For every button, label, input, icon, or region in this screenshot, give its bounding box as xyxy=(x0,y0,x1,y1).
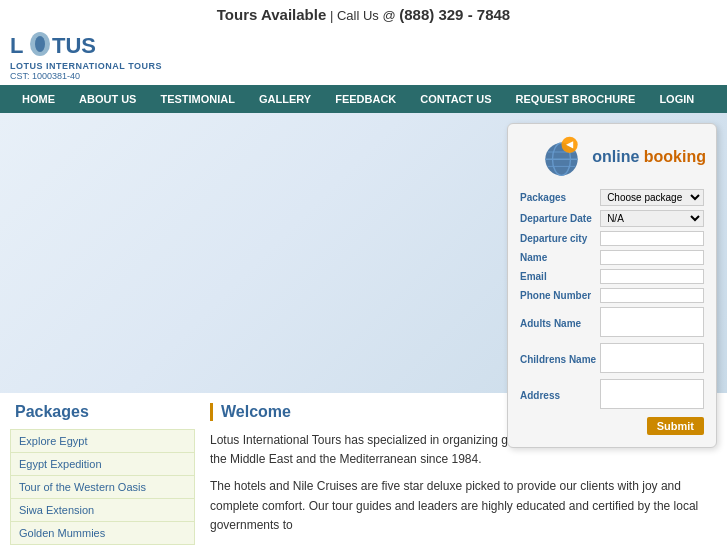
departure-date-label: Departure Date xyxy=(518,208,598,229)
name-input[interactable] xyxy=(600,250,704,265)
booking-booking: booking xyxy=(644,148,706,165)
package-item-western-oasis[interactable]: Tour of the Western Oasis xyxy=(11,476,194,499)
svg-text:TUS: TUS xyxy=(52,33,96,58)
packages-title: Packages xyxy=(10,403,195,421)
nav-brochure[interactable]: REQUEST BROCHURE xyxy=(504,85,648,113)
package-item-egypt-expedition[interactable]: Egypt Expedition xyxy=(11,453,194,476)
booking-widget: online booking Packages Choose package D… xyxy=(507,123,717,448)
header-top: Tours Available | Call Us @ (888) 329 - … xyxy=(0,0,727,27)
packages-select[interactable]: Choose package xyxy=(600,189,704,206)
childrens-label: Childrens Name xyxy=(518,341,598,377)
tours-available-label: Tours Available xyxy=(217,6,326,23)
booking-title: online booking xyxy=(592,148,706,166)
package-item-explore-egypt[interactable]: Explore Egypt xyxy=(11,430,194,453)
package-item-golden-mummies[interactable]: Golden Mummies xyxy=(11,522,194,545)
nav-about[interactable]: ABOUT US xyxy=(67,85,148,113)
phone-number: (888) 329 - 7848 xyxy=(399,6,510,23)
phone-input[interactable] xyxy=(600,288,704,303)
welcome-para2: The hotels and Nile Cruises are five sta… xyxy=(210,477,717,535)
logo-subtitle: LOTUS INTERNATIONAL TOURS xyxy=(10,61,162,71)
name-label: Name xyxy=(518,248,598,267)
content-area: online booking Packages Choose package D… xyxy=(0,113,727,393)
packages-list: Explore Egypt Egypt Expedition Tour of t… xyxy=(10,429,195,545)
adults-textarea[interactable] xyxy=(600,307,704,337)
call-label: | Call Us @ xyxy=(330,8,396,23)
nav-feedback[interactable]: FEEDBACK xyxy=(323,85,408,113)
phone-label: Phone Number xyxy=(518,286,598,305)
nav-home[interactable]: HOME xyxy=(10,85,67,113)
departure-city-input[interactable] xyxy=(600,231,704,246)
nav-login[interactable]: LOGIN xyxy=(647,85,706,113)
departure-date-select[interactable]: N/A xyxy=(600,210,704,227)
email-label: Email xyxy=(518,267,598,286)
svg-text:L: L xyxy=(10,33,23,58)
nav-testimonial[interactable]: TESTIMONIAL xyxy=(148,85,247,113)
departure-city-label: Departure city xyxy=(518,229,598,248)
logo-area: L TUS LOTUS INTERNATIONAL TOURS CST: 100… xyxy=(10,31,162,81)
booking-online: online xyxy=(592,148,639,165)
nav-contact[interactable]: CONTACT US xyxy=(408,85,503,113)
address-label: Address xyxy=(518,377,598,413)
packages-sidebar: Packages Explore Egypt Egypt Expedition … xyxy=(10,403,195,545)
logo-cst: CST: 1000381-40 xyxy=(10,71,80,81)
header-main: L TUS LOTUS INTERNATIONAL TOURS CST: 100… xyxy=(0,27,727,85)
navbar: HOME ABOUT US TESTIMONIAL GALLERY FEEDBA… xyxy=(0,85,727,113)
childrens-textarea[interactable] xyxy=(600,343,704,373)
globe-icon xyxy=(539,134,584,179)
logo-image: L TUS xyxy=(10,31,130,61)
address-textarea[interactable] xyxy=(600,379,704,409)
booking-form: Packages Choose package Departure Date N… xyxy=(518,187,706,437)
package-item-siwa[interactable]: Siwa Extension xyxy=(11,499,194,522)
submit-button[interactable]: Submit xyxy=(647,417,704,435)
logo-svg: L TUS xyxy=(10,31,130,61)
adults-label: Adults Name xyxy=(518,305,598,341)
nav-gallery[interactable]: GALLERY xyxy=(247,85,323,113)
booking-header: online booking xyxy=(518,134,706,179)
packages-label: Packages xyxy=(518,187,598,208)
svg-point-2 xyxy=(35,36,45,52)
email-input[interactable] xyxy=(600,269,704,284)
